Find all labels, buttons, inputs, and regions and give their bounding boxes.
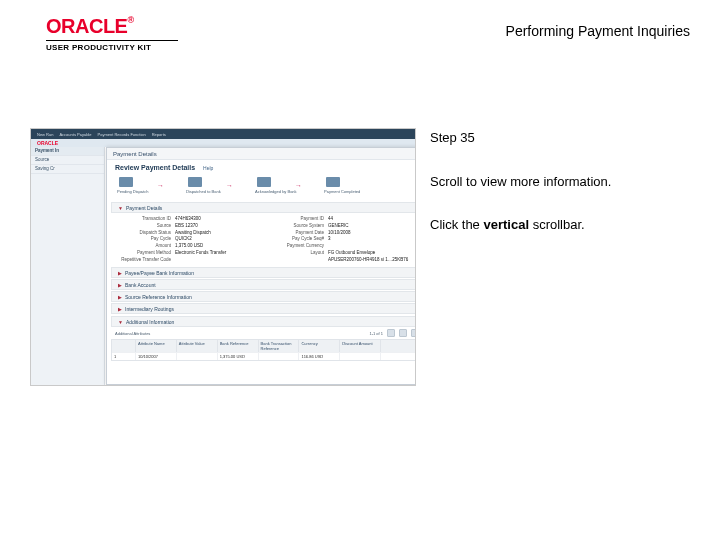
triangle-right-icon: ▶ — [118, 306, 122, 312]
modal-title-text: Payment Details — [113, 151, 157, 157]
app-topnav: New Run Accounts Payable Payment Records… — [31, 129, 415, 139]
detail-key: Dispatch Status — [119, 230, 171, 237]
detail-key: Layout — [272, 250, 324, 257]
detail-key: Payment Date — [272, 230, 324, 237]
rail-item[interactable]: Saving Cr — [31, 165, 104, 174]
table-row[interactable]: 1 10/10/2007 1,375.00 USD 116.86 USD — [112, 352, 416, 360]
table-toolbar: Additional Attributes 1-1 of 1 — [107, 327, 416, 339]
logo-divider — [46, 40, 178, 41]
export-icon[interactable] — [399, 329, 407, 337]
instruction-line-1: Scroll to view more information. — [430, 172, 690, 192]
topnav-item[interactable]: New Run — [37, 132, 53, 137]
detail-row: Payment Date10/10/2008 — [272, 230, 415, 237]
settings-icon[interactable] — [411, 329, 416, 337]
detail-val: 10/10/2008 — [328, 230, 351, 237]
flow-label: Payment Completed — [324, 189, 342, 194]
doc-header: ORACLE® USER PRODUCTIVITY KIT Performing… — [46, 15, 690, 65]
td-cell — [177, 352, 218, 360]
detail-val: Awaiting Dispatch — [175, 230, 211, 237]
detail-row: Payment Currency — [272, 243, 415, 250]
logo-sub: USER PRODUCTIVITY KIT — [46, 43, 178, 52]
screenshot-column: New Run Accounts Payable Payment Records… — [30, 128, 416, 386]
td-cell: 1,375.00 USD — [218, 352, 259, 360]
detail-val: 1,375.00 USD — [175, 243, 203, 250]
section-payment-details[interactable]: ▼Payment Details — [111, 202, 416, 213]
app-brand-band: ORACLE — [31, 139, 415, 147]
detail-key: Payment Method — [119, 250, 171, 257]
detail-key: Transaction ID — [119, 216, 171, 223]
triangle-down-icon: ▼ — [118, 205, 123, 211]
detail-row: LayoutFG Outbound Envelope — [272, 250, 415, 257]
row-count: 1-1 of 1 — [369, 331, 383, 336]
rail-item[interactable]: Source — [31, 156, 104, 165]
detail-row: Payment ID44 — [272, 216, 415, 223]
details-grid: Transaction ID474H634300 SourceEBS 12370… — [107, 213, 416, 266]
section-label: Payment Details — [126, 205, 162, 211]
section-source-ref[interactable]: ▶Source Reference Information — [111, 291, 416, 302]
modal-subtitle-text: Review Payment Details — [115, 164, 195, 171]
detail-row: Pay Cycle Seq#3 — [272, 236, 415, 243]
section-label: Intermediary Routings — [125, 306, 174, 312]
detail-row: Repetitive Transfer Code — [119, 257, 262, 264]
complete-icon — [326, 177, 340, 187]
modal-subtitle: Review Payment Details Help — [107, 160, 416, 175]
logo-text: ORACLE® — [46, 15, 178, 38]
arrow-icon: → — [295, 182, 302, 189]
detail-key: Source System — [272, 223, 324, 230]
main-pane: Payment Details × Review Payment Details… — [105, 147, 405, 385]
instruction-bold: vertical — [483, 217, 529, 232]
section-label: Source Reference Information — [125, 294, 192, 300]
help-link[interactable]: Help — [203, 165, 213, 171]
th-cell — [112, 340, 136, 352]
topnav-item[interactable]: Payment Records Function — [97, 132, 145, 137]
td-cell — [381, 352, 416, 360]
topnav-item[interactable]: Reports — [152, 132, 166, 137]
td-cell — [259, 352, 300, 360]
section-bank-account[interactable]: ▶Bank Account — [111, 279, 416, 290]
td-cell: 10/10/2007 — [136, 352, 177, 360]
rail-title: Payment In — [31, 147, 104, 156]
ack-icon — [257, 177, 271, 187]
detail-row: Payment MethodElectronic Funds Transfer — [119, 250, 262, 257]
detail-row: Transaction ID474H634300 — [119, 216, 262, 223]
th-cell: Discount Amount — [340, 340, 381, 352]
doc-body: Step 35 Scroll to view more information.… — [30, 128, 690, 510]
section-payee[interactable]: ▶Payee/Payee Bank Information — [111, 267, 416, 278]
oracle-logo: ORACLE® USER PRODUCTIVITY KIT — [46, 15, 178, 52]
topnav-item[interactable]: Accounts Payable — [59, 132, 91, 137]
flow-step: Acknowledged by Bank — [255, 177, 273, 194]
dispatch-icon — [119, 177, 133, 187]
detail-key: Payment Currency — [272, 243, 324, 250]
section-additional-info[interactable]: ▼Additional Information — [111, 316, 416, 327]
logo-reg: ® — [127, 15, 133, 25]
step-number: Step 35 — [430, 128, 690, 148]
th-cell — [381, 340, 416, 352]
detail-row: APUSER200760-HR4918 si 1…25KB76 — [272, 257, 415, 264]
detail-row: Source SystemGENERIC — [272, 223, 415, 230]
flow-step: Pending Dispatch — [117, 177, 135, 194]
section-label: Bank Account — [125, 282, 156, 288]
triangle-right-icon: ▶ — [118, 270, 122, 276]
td-cell: 1 — [112, 352, 136, 360]
instruction-pre: Click the — [430, 217, 483, 232]
detail-val: FG Outbound Envelope — [328, 250, 375, 257]
detail-key: Source — [119, 223, 171, 230]
triangle-right-icon: ▶ — [118, 294, 122, 300]
app-screenshot: New Run Accounts Payable Payment Records… — [30, 128, 416, 386]
detail-row: Amount1,375.00 USD — [119, 243, 262, 250]
toolbar-label: Additional Attributes — [115, 331, 150, 336]
detail-val: APUSER200760-HR4918 si 1…25KB76 — [328, 257, 408, 264]
grid-icon[interactable] — [387, 329, 395, 337]
section-label: Additional Information — [126, 319, 174, 325]
detail-row: Dispatch StatusAwaiting Dispatch — [119, 230, 262, 237]
logo-main: ORACLE — [46, 15, 127, 37]
detail-key: Payment ID — [272, 216, 324, 223]
td-cell: 116.86 USD — [299, 352, 340, 360]
flow-label: Pending Dispatch — [117, 189, 135, 194]
th-cell: Currency — [299, 340, 340, 352]
left-rail: Payment In Source Saving Cr — [31, 147, 105, 385]
section-intermediary[interactable]: ▶Intermediary Routings — [111, 303, 416, 314]
status-flow: Pending Dispatch → Dispatched to Bank → … — [107, 175, 416, 200]
flow-step: Payment Completed — [324, 177, 342, 194]
detail-val: EBS 12370 — [175, 223, 198, 230]
